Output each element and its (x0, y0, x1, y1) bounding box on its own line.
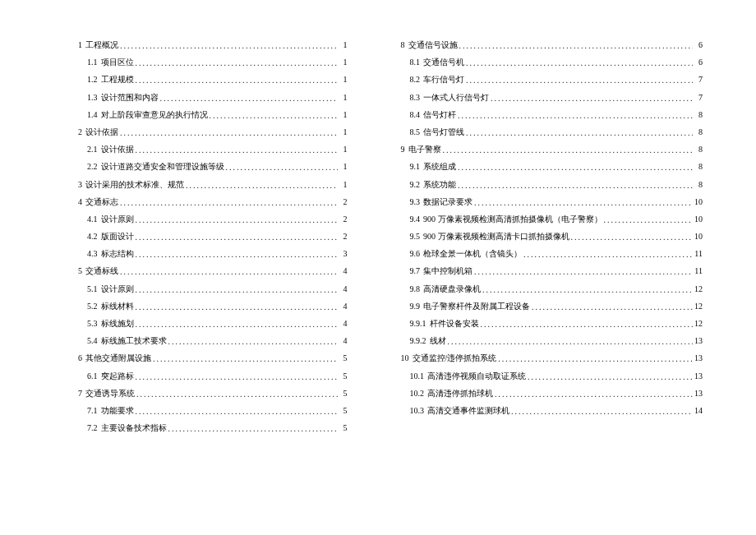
toc-leader-dots (136, 59, 338, 67)
toc-leader-dots (498, 355, 693, 363)
toc-number: 10 (401, 354, 409, 362)
toc-title: 主要设备技术指标 (101, 424, 167, 432)
toc-leader-dots (136, 373, 338, 381)
toc-page-number: 14 (694, 407, 703, 415)
toc-entry: 9电子警察8 (401, 145, 703, 154)
toc-page-number: 3 (339, 250, 348, 258)
toc-entry: 4.2版面设计2 (78, 233, 348, 241)
toc-leader-dots (571, 233, 694, 242)
toc-leader-dots (120, 129, 338, 137)
toc-page-number: 1 (339, 58, 348, 67)
toc-number: 5.1 (87, 285, 98, 293)
toc-leader-dots (458, 164, 693, 172)
toc-leader-dots (210, 112, 338, 120)
toc-entry: 9.5900 万像素视频检测高清卡口抓拍摄像机10 (401, 233, 703, 241)
toc-entry: 5交通标线4 (78, 267, 348, 275)
toc-entry: 9.2系统功能8 (401, 181, 703, 189)
toc-title: 数据记录要求 (423, 198, 472, 206)
toc-number: 3 (78, 181, 82, 189)
toc-number: 6 (78, 354, 82, 362)
toc-title: 交通标线 (85, 267, 118, 275)
toc-leader-dots (136, 251, 338, 259)
toc-number: 9.1 (410, 163, 421, 171)
toc-leader-dots (482, 286, 693, 294)
toc-entry: 8.2车行信号灯7 (401, 76, 703, 84)
toc-leader-dots (466, 59, 693, 67)
toc-title: 杆件设备安装 (430, 320, 479, 328)
toc-title: 设计原则 (101, 285, 134, 293)
toc-title: 标线材料 (101, 302, 134, 311)
toc-page-number: 8 (694, 128, 703, 136)
toc-page-number: 10 (694, 215, 703, 224)
toc-number: 4.2 (87, 233, 98, 241)
toc-title: 标线施工技术要求 (101, 337, 167, 345)
toc-entry: 1工程概况1 (78, 41, 348, 49)
toc-entry: 1.3设计范围和内容1 (78, 94, 348, 102)
toc-page-number: 4 (339, 320, 348, 328)
toc-page-number: 1 (339, 94, 348, 102)
toc-leader-dots (458, 182, 693, 190)
toc-number: 8.4 (410, 111, 421, 119)
toc-page-number: 5 (339, 407, 348, 415)
toc-number: 2.2 (87, 163, 98, 171)
toc-page-number: 5 (339, 424, 348, 432)
toc-leader-dots (495, 390, 693, 399)
toc-number: 9.4 (410, 215, 421, 224)
toc-title: 电子警察杆件及附属工程设备 (423, 302, 530, 311)
toc-title: 项目区位 (101, 58, 134, 67)
toc-leader-dots (466, 129, 693, 137)
toc-leader-dots (491, 95, 693, 103)
toc-leader-dots (136, 303, 338, 311)
toc-entry: 7.1功能要求5 (78, 407, 348, 415)
toc-page-number: 8 (694, 181, 703, 189)
toc-title: 线材 (430, 337, 446, 345)
toc-title: 交通标志 (85, 198, 118, 206)
toc-title: 标线施划 (101, 320, 134, 328)
toc-page-number: 1 (339, 145, 348, 154)
toc-page-number: 13 (694, 390, 703, 398)
toc-title: 对上阶段审查意见的执行情况 (101, 111, 208, 119)
toc-number: 1 (78, 41, 82, 49)
toc-entry: 9.4900 万像素视频检测高清抓拍摄像机（电子警察）10 (401, 215, 703, 224)
toc-column-right: 8交通信号设施68.1交通信号机68.2车行信号灯78.3一体式人行信号灯78.… (393, 41, 708, 510)
toc-leader-dots (136, 233, 338, 242)
toc-page-number: 13 (694, 372, 703, 380)
toc-title: 电子警察 (408, 145, 441, 154)
toc-number: 5.2 (87, 302, 98, 311)
toc-leader-dots (604, 216, 694, 224)
toc-page-number: 1 (339, 76, 348, 84)
toc-leader-dots (481, 321, 694, 329)
toc-number: 9.5 (410, 233, 421, 241)
toc-number: 4.1 (87, 215, 98, 224)
toc-number: 9.3 (410, 198, 421, 206)
toc-title: 其他交通附属设施 (85, 354, 151, 362)
toc-page-number: 8 (694, 145, 703, 154)
toc-leader-dots (523, 251, 693, 259)
toc-title: 枪球全景一体机（含镜头） (423, 250, 522, 258)
toc-entry: 3设计采用的技术标准、规范1 (78, 181, 348, 189)
toc-entry: 7.2主要设备技术指标5 (78, 424, 348, 432)
toc-number: 10.3 (410, 407, 425, 415)
toc-leader-dots (528, 373, 693, 381)
toc-entry: 4交通标志2 (78, 198, 348, 206)
toc-leader-dots (120, 42, 338, 50)
toc-number: 10.1 (410, 372, 425, 380)
toc-leader-dots (136, 76, 338, 85)
toc-leader-dots (474, 199, 693, 207)
toc-entry: 8.3一体式人行信号灯7 (401, 94, 703, 102)
toc-leader-dots (153, 355, 338, 363)
toc-title: 信号灯管线 (423, 128, 464, 136)
toc-title: 车行信号灯 (423, 76, 464, 84)
toc-entry: 9.6枪球全景一体机（含镜头）11 (401, 250, 703, 258)
toc-page-number: 13 (694, 354, 703, 362)
toc-entry: 9.3数据记录要求10 (401, 198, 703, 206)
toc-number: 9.9.1 (410, 320, 426, 328)
toc-leader-dots (168, 338, 338, 346)
toc-title: 高清交通事件监测球机 (427, 407, 509, 415)
toc-title: 高清硬盘录像机 (423, 285, 481, 293)
toc-entry: 9.7集中控制机箱11 (401, 267, 703, 275)
toc-title: 工程概况 (85, 41, 118, 49)
toc-number: 4 (78, 198, 82, 206)
toc-number: 9.2 (410, 181, 421, 189)
toc-entry: 9.9.2线材13 (401, 337, 703, 345)
